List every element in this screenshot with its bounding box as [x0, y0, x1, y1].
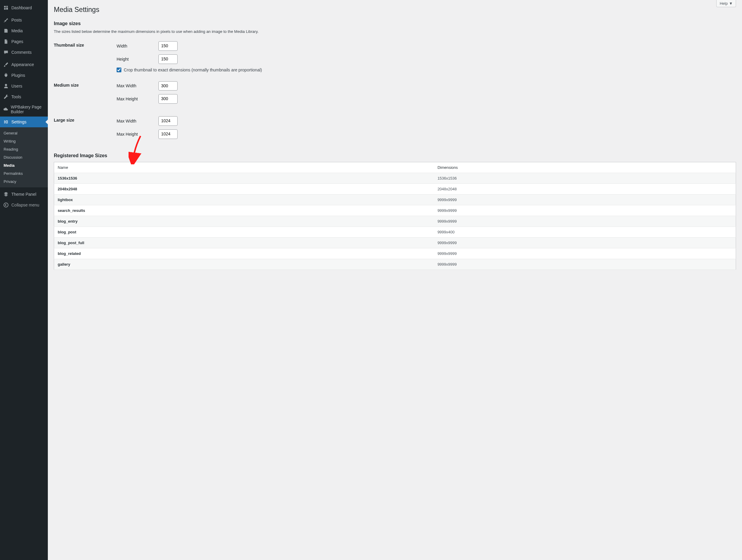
medium-height-input[interactable] [158, 94, 177, 104]
size-dimensions: 9999x9999 [434, 216, 736, 226]
size-name: blog_post [54, 226, 434, 237]
sidebar-item-pages[interactable]: Pages [0, 36, 48, 47]
sidebar-item-label: Users [11, 84, 22, 89]
medium-size-label: Medium size [54, 77, 114, 112]
media-icon [3, 28, 9, 34]
brush-icon [3, 62, 9, 67]
plug-icon [3, 72, 9, 78]
thumbnail-size-label: Thumbnail size [54, 37, 114, 77]
help-label: Help [720, 1, 728, 6]
table-header-dimensions: Dimensions [434, 162, 736, 173]
sidebar-item-theme-panel[interactable]: Theme Panel [0, 189, 48, 200]
svg-point-0 [4, 203, 8, 207]
sidebar-item-users[interactable]: Users [0, 81, 48, 92]
size-name: search_results [54, 205, 434, 216]
sidebar-item-label: WPBakery Page Builder [11, 105, 45, 114]
sidebar-item-dashboard[interactable]: Dashboard [0, 2, 48, 13]
image-sizes-description: The sizes listed below determine the max… [54, 29, 736, 34]
size-name: blog_related [54, 248, 434, 259]
submenu-item-privacy[interactable]: Privacy [0, 177, 48, 185]
large-height-label: Max Height [117, 132, 158, 136]
sidebar-item-label: Dashboard [11, 5, 32, 10]
collapse-menu-button[interactable]: Collapse menu [0, 200, 48, 210]
table-header-name: Name [54, 162, 434, 173]
submenu-item-media[interactable]: Media [0, 161, 48, 169]
sidebar-item-label: Pages [11, 39, 23, 44]
table-row: search_results9999x9999 [54, 205, 736, 216]
thumbnail-width-input[interactable] [158, 41, 177, 51]
submenu-item-discussion[interactable]: Discussion [0, 153, 48, 161]
registered-sizes-heading: Registered Image Sizes [54, 153, 736, 158]
sidebar-item-settings[interactable]: Settings [0, 117, 48, 127]
sidebar-item-label: Appearance [11, 62, 34, 67]
image-sizes-form: Thumbnail size Width Height Crop thumbna… [54, 37, 736, 147]
size-name: lightbox [54, 194, 434, 205]
collapse-icon [3, 202, 9, 208]
pin-icon [3, 17, 9, 23]
cloud-icon [3, 106, 8, 112]
wrench-icon [3, 94, 9, 100]
large-width-label: Max Width [117, 119, 158, 123]
medium-height-label: Max Height [117, 97, 158, 101]
table-row: lightbox9999x9999 [54, 194, 736, 205]
table-row: 2048x20482048x2048 [54, 183, 736, 194]
medium-width-label: Max Width [117, 83, 158, 88]
sidebar-item-posts[interactable]: Posts [0, 15, 48, 25]
size-dimensions: 9999x400 [434, 226, 736, 237]
thumbnail-crop-label: Crop thumbnail to exact dimensions (norm… [124, 67, 262, 72]
large-size-label: Large size [54, 112, 114, 147]
pages-icon [3, 39, 9, 45]
sidebar-item-label: Posts [11, 18, 22, 22]
sidebar-item-label: Media [11, 29, 23, 33]
table-row: 1536x15361536x1536 [54, 173, 736, 183]
main-content: Help ▼ Media Settings Image sizes The si… [48, 0, 742, 560]
image-sizes-heading: Image sizes [54, 21, 736, 26]
sidebar-item-label: Theme Panel [11, 192, 36, 197]
size-dimensions: 9999x9999 [434, 205, 736, 216]
size-dimensions: 9999x9999 [434, 194, 736, 205]
large-height-input[interactable] [158, 129, 177, 139]
dashboard-icon [3, 5, 9, 11]
size-dimensions: 9999x9999 [434, 259, 736, 270]
sidebar-item-wpbakery[interactable]: WPBakery Page Builder [0, 102, 48, 117]
size-name: 2048x2048 [54, 183, 434, 194]
table-row: gallery9999x9999 [54, 259, 736, 270]
sidebar-item-label: Comments [11, 50, 32, 55]
sidebar-item-plugins[interactable]: Plugins [0, 70, 48, 81]
submenu-item-writing[interactable]: Writing [0, 137, 48, 145]
sliders-icon [3, 119, 9, 125]
thumbnail-height-input[interactable] [158, 54, 177, 64]
thumbnail-crop-checkbox[interactable] [117, 67, 121, 72]
table-row: blog_entry9999x9999 [54, 216, 736, 226]
admin-sidebar: Dashboard Posts Media Pages Comments App… [0, 0, 48, 560]
help-button[interactable]: Help ▼ [716, 0, 736, 7]
thumbnail-height-label: Height [117, 57, 158, 62]
medium-width-input[interactable] [158, 81, 177, 91]
registered-sizes-table: Name Dimensions 1536x15361536x15362048x2… [54, 162, 736, 270]
page-title: Media Settings [54, 3, 736, 15]
sidebar-item-label: Tools [11, 95, 21, 99]
size-name: 1536x1536 [54, 173, 434, 183]
size-dimensions: 9999x9999 [434, 237, 736, 248]
table-row: blog_post9999x400 [54, 226, 736, 237]
submenu-item-permalinks[interactable]: Permalinks [0, 169, 48, 177]
sidebar-item-label: Plugins [11, 73, 25, 78]
thumbnail-width-label: Width [117, 44, 158, 48]
chevron-down-icon: ▼ [729, 1, 733, 6]
sidebar-item-media[interactable]: Media [0, 25, 48, 36]
large-width-input[interactable] [158, 116, 177, 126]
submenu-item-reading[interactable]: Reading [0, 145, 48, 153]
size-dimensions: 9999x9999 [434, 248, 736, 259]
collapse-label: Collapse menu [11, 203, 39, 207]
table-row: blog_related9999x9999 [54, 248, 736, 259]
settings-submenu: General Writing Reading Discussion Media… [0, 127, 48, 187]
sidebar-item-comments[interactable]: Comments [0, 47, 48, 58]
size-name: blog_post_full [54, 237, 434, 248]
table-row: blog_post_full9999x9999 [54, 237, 736, 248]
submenu-item-general[interactable]: General [0, 129, 48, 137]
sidebar-item-label: Settings [11, 119, 26, 124]
comments-icon [3, 49, 9, 55]
sidebar-item-appearance[interactable]: Appearance [0, 59, 48, 70]
sidebar-item-tools[interactable]: Tools [0, 92, 48, 102]
size-dimensions: 1536x1536 [434, 173, 736, 183]
